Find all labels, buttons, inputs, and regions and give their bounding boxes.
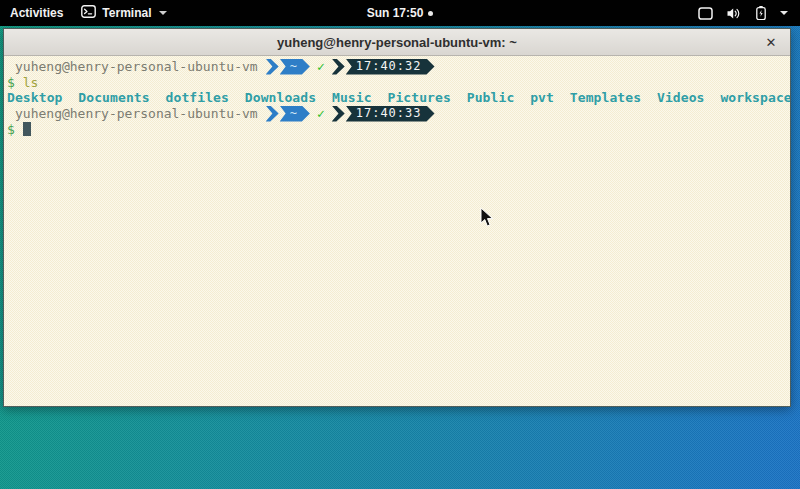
prompt-dollar: $ — [7, 75, 15, 90]
close-button[interactable]: ✕ — [761, 32, 781, 52]
window-titlebar[interactable]: yuheng@henry-personal-ubuntu-vm: ~ ✕ — [4, 29, 790, 56]
terminal-cursor — [23, 122, 31, 136]
notification-dot — [428, 11, 433, 16]
prompt-time: 17:40:32 — [346, 59, 435, 75]
powerline-prompt: ~ ✓ 17:40:32 — [266, 59, 435, 75]
terminal-icon — [81, 5, 96, 21]
app-menu[interactable]: Terminal — [81, 5, 167, 21]
battery-charging-icon — [755, 6, 767, 20]
command-line-current[interactable]: $ — [7, 122, 790, 137]
terminal-window: yuheng@henry-personal-ubuntu-vm: ~ ✕ yuh… — [3, 28, 791, 407]
top-bar: Activities Terminal Sun 17:50 — [0, 0, 800, 26]
terminal-screen[interactable]: yuheng@henry-personal-ubuntu-vm ~ ✓ 17:4… — [4, 56, 790, 406]
prompt-line: yuheng@henry-personal-ubuntu-vm ~ ✓ 17:4… — [7, 105, 790, 122]
typed-command: ls — [23, 75, 39, 90]
screen-icon — [698, 7, 713, 20]
powerline-prompt: ~ ✓ 17:40:33 — [266, 106, 435, 122]
chevron-down-icon — [159, 11, 167, 15]
prompt-user-host: yuheng@henry-personal-ubuntu-vm — [15, 106, 258, 121]
powerline-arrow-icon — [266, 59, 279, 75]
system-status-area[interactable] — [698, 6, 788, 20]
prompt-time: 17:40:33 — [346, 106, 435, 122]
prompt-status-ok-icon: ✓ — [317, 59, 325, 74]
app-menu-label: Terminal — [102, 6, 151, 20]
clock-label: Sun 17:50 — [367, 6, 424, 20]
clock-button[interactable]: Sun 17:50 — [367, 6, 434, 20]
window-title: yuheng@henry-personal-ubuntu-vm: ~ — [277, 35, 517, 50]
command-line: $ ls — [7, 75, 790, 90]
ls-output: Desktop Documents dotfiles Downloads Mus… — [7, 90, 790, 105]
powerline-arrow-icon — [332, 106, 345, 122]
activities-button[interactable]: Activities — [10, 6, 63, 20]
prompt-status-ok-icon: ✓ — [317, 106, 325, 121]
prompt-dollar: $ — [7, 122, 15, 137]
chevron-down-icon — [780, 11, 788, 15]
prompt-cwd: ~ — [280, 59, 310, 75]
powerline-arrow-icon — [266, 106, 279, 122]
prompt-cwd: ~ — [280, 106, 310, 122]
volume-icon — [726, 7, 742, 20]
powerline-arrow-icon — [332, 59, 345, 75]
prompt-user-host: yuheng@henry-personal-ubuntu-vm — [15, 59, 258, 74]
prompt-line: yuheng@henry-personal-ubuntu-vm ~ ✓ 17:4… — [7, 58, 790, 75]
